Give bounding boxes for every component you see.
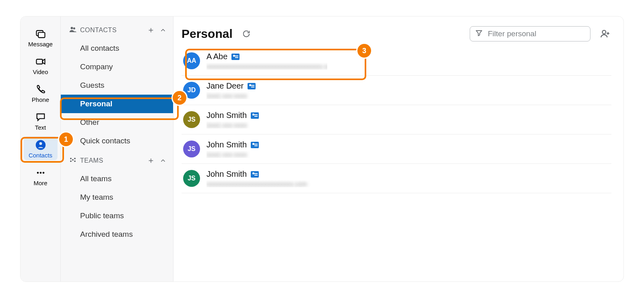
contact-sub: xxxxxxxxxxxxxxxxxxxxxxxxxxx.com [206,180,327,187]
teams-section-title: TEAMS [80,157,143,164]
main-header: Personal [182,26,611,50]
svg-rect-1 [38,33,45,38]
page-title: Personal [182,27,233,41]
contact-info: John Smith(xxx) xxx-xxxx [206,111,327,128]
contact-info: A Abexxxxxxxxxxxxxxxxxxxxxxxxxxxxxxxxxxx… [206,52,327,70]
contact-card-icon [251,112,259,119]
rail-label: Video [33,68,48,75]
contacts-section-title: CONTACTS [80,27,143,34]
phone-icon [35,83,46,95]
avatar: JS [183,170,200,187]
svg-point-11 [74,158,76,159]
rail-label: More [33,180,47,186]
sidebar-item-personal[interactable]: Personal [61,95,173,113]
rail-item-text[interactable]: Text [24,109,58,132]
svg-point-14 [72,159,74,161]
filter-input[interactable] [487,29,585,39]
rail-label: Message [28,41,53,48]
contacts-section-header: CONTACTS [61,24,173,39]
svg-point-6 [39,172,41,174]
filter-icon [475,29,483,39]
contact-sub: (xxx) xxx-xxxx [206,122,327,128]
svg-point-15 [603,30,606,34]
svg-point-12 [70,160,72,162]
contact-name: A Abe [206,52,227,61]
video-icon [35,56,46,68]
rail-label: Contacts [29,152,52,159]
sidebar-item-quick-contacts[interactable]: Quick contacts [61,132,173,150]
teams-icon [69,156,77,165]
sidebar-item-company[interactable]: Company [61,58,173,76]
contact-sub: xxxxxxxxxxxxxxxxxxxxxxxxxxxxxxxxxxxx.com [206,63,327,70]
svg-point-4 [39,142,42,145]
rail-item-contacts[interactable]: Contacts [24,137,58,160]
avatar: JD [183,82,200,99]
sidebar-item-all-teams[interactable]: All teams [61,170,173,188]
sidebar-item-other[interactable]: Other [61,113,173,132]
contact-name: Jane Deer [206,81,244,91]
main-area: Personal [173,17,623,281]
teams-section-header: TEAMS [61,154,173,170]
nav-rail: Message Video Phone [21,17,61,281]
svg-point-13 [74,160,76,162]
contact-card-icon [251,171,259,178]
people-icon [69,25,77,35]
svg-point-9 [73,27,75,29]
contact-sub: (xxx) xxx-xxxx [206,151,327,158]
svg-point-5 [37,172,39,174]
contact-list: AAA Abexxxxxxxxxxxxxxxxxxxxxxxxxxxxxxxxx… [182,50,611,193]
rail-item-video[interactable]: Video [24,53,58,77]
contact-name: John Smith [206,111,247,120]
contact-name: John Smith [206,170,247,179]
sidebar-item-archived-teams[interactable]: Archived teams [61,225,173,244]
contact-card-icon [248,83,256,89]
more-icon [35,167,46,179]
sidebar-item-my-teams[interactable]: My teams [61,188,173,207]
avatar: AA [183,52,200,69]
contact-row[interactable]: JDJane Deer(xxx) xxx-xxxx [182,76,611,105]
rail-item-phone[interactable]: Phone [24,81,58,105]
app-frame: Message Video Phone [20,16,624,282]
contact-row[interactable]: JSJohn Smith(xxx) xxx-xxxx [182,134,611,164]
message-icon [35,28,46,40]
contacts-icon [35,139,46,151]
svg-rect-2 [36,59,42,64]
sidebar-item-public-teams[interactable]: Public teams [61,207,173,225]
sidebar-item-all-contacts[interactable]: All contacts [61,39,173,58]
contact-card-icon [251,142,259,148]
contact-name: John Smith [206,140,247,149]
contact-info: Jane Deer(xxx) xxx-xxxx [206,81,327,99]
add-contact-icon[interactable] [147,26,155,35]
avatar: JS [183,111,200,128]
add-team-icon[interactable] [147,156,155,165]
rail-item-message[interactable]: Message [24,25,58,49]
contact-sub: (xxx) xxx-xxxx [206,92,327,99]
contact-info: John Smithxxxxxxxxxxxxxxxxxxxxxxxxxxx.co… [206,170,327,187]
contact-row[interactable]: AAA Abexxxxxxxxxxxxxxxxxxxxxxxxxxxxxxxxx… [182,50,611,76]
add-person-button[interactable] [599,27,611,40]
contact-card-icon [231,54,239,60]
collapse-contacts-icon[interactable] [159,26,167,35]
collapse-teams-icon[interactable] [159,156,167,165]
svg-point-7 [42,172,44,174]
sidebar-item-guests[interactable]: Guests [61,76,173,95]
secondary-sidebar: CONTACTS All contacts Company Guests Per… [61,17,173,281]
rail-label: Phone [32,96,49,103]
svg-point-8 [71,27,73,29]
contact-row[interactable]: JSJohn Smithxxxxxxxxxxxxxxxxxxxxxxxxxxx.… [182,164,611,193]
rail-item-more[interactable]: More [24,164,58,188]
text-icon [35,111,46,123]
contact-row[interactable]: JSJohn Smith(xxx) xxx-xxxx [182,105,611,134]
refresh-button[interactable] [241,28,252,39]
rail-label: Text [35,124,46,131]
svg-point-10 [70,158,72,159]
filter-box[interactable] [470,26,590,41]
avatar: JS [183,141,200,157]
contact-info: John Smith(xxx) xxx-xxxx [206,140,327,158]
